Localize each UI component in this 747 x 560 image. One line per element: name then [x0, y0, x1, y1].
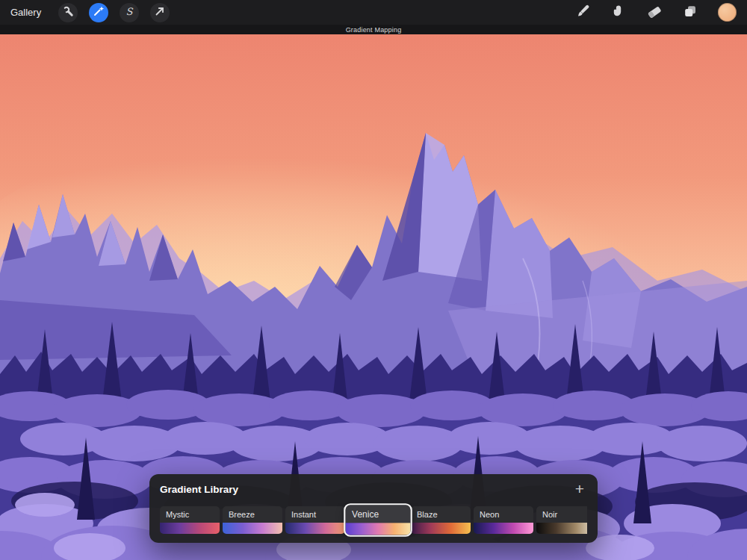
smudge-button[interactable]	[611, 4, 626, 22]
gradient-swatch-label: Breeze	[223, 506, 282, 523]
transform-arrow-icon	[154, 5, 166, 20]
gradient-swatch-label: Neon	[474, 506, 533, 523]
adjustment-banner: Gradient Mapping	[0, 25, 747, 34]
gradient-swatch-breeze[interactable]: Breeze	[223, 506, 282, 534]
layers-icon	[683, 4, 698, 22]
gradient-swatch-label: Noir	[536, 506, 587, 523]
gradient-swatch-noir[interactable]: Noir	[536, 506, 587, 534]
gradient-library-panel: Gradient Library + MysticBreezeInstantVe…	[149, 474, 598, 543]
gradient-swatch-label: Venice	[345, 505, 410, 523]
add-gradient-button[interactable]: +	[572, 483, 587, 495]
smudge-finger-icon	[611, 4, 626, 22]
brush-button[interactable]	[576, 4, 591, 22]
gradient-swatch-preview	[474, 523, 533, 534]
selection-s-icon: S	[123, 5, 135, 20]
layers-button[interactable]	[683, 4, 698, 22]
selection-button[interactable]: S	[120, 3, 139, 22]
gradient-swatch-blaze[interactable]: Blaze	[411, 506, 471, 534]
adjustment-title: Gradient Mapping	[346, 26, 402, 34]
gradient-swatch-preview	[411, 523, 471, 534]
gradient-library-title: Gradient Library	[160, 484, 238, 495]
wrench-icon	[62, 5, 74, 20]
gradient-swatch-preview	[160, 523, 220, 534]
gradient-swatch-instant[interactable]: Instant	[285, 506, 345, 534]
color-swatch	[718, 3, 737, 22]
gradient-swatch-label: Instant	[285, 506, 345, 523]
gradient-swatch-preview	[285, 523, 345, 534]
gradient-swatch-row: MysticBreezeInstantVeniceBlazeNeonNoir	[160, 503, 587, 537]
transform-button[interactable]	[150, 3, 170, 22]
gradient-swatch-neon[interactable]: Neon	[474, 506, 533, 534]
eraser-icon	[646, 4, 663, 22]
color-button[interactable]	[718, 3, 737, 22]
gallery-button[interactable]: Gallery	[10, 7, 41, 18]
svg-text:S: S	[126, 5, 134, 16]
gradient-swatch-label: Blaze	[411, 506, 471, 523]
gradient-swatch-preview	[536, 523, 587, 534]
gradient-swatch-mystic[interactable]: Mystic	[160, 506, 220, 534]
adjustments-button[interactable]	[89, 3, 108, 22]
brush-icon	[576, 4, 591, 22]
gradient-swatch-venice[interactable]: Venice	[345, 505, 410, 535]
eraser-button[interactable]	[646, 4, 663, 22]
magic-wand-icon	[93, 5, 105, 20]
gradient-swatch-preview	[223, 523, 282, 534]
gradient-swatch-label: Mystic	[160, 506, 220, 523]
top-toolbar: Gallery S	[0, 0, 747, 25]
actions-button[interactable]	[58, 3, 78, 22]
gradient-swatch-preview	[345, 523, 410, 535]
